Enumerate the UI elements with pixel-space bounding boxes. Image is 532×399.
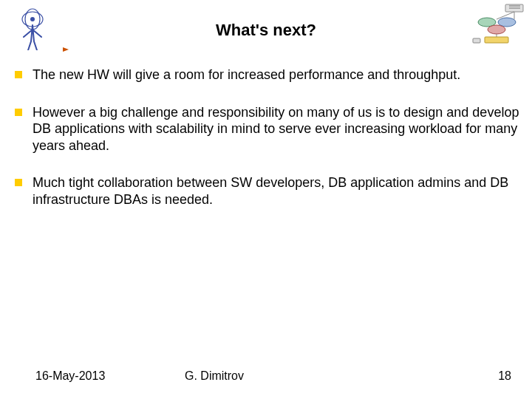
footer-date: 16-May-2013 [35, 369, 105, 383]
list-item: The new HW will give a room for increase… [15, 66, 525, 83]
list-item: Much tight collaboration between SW deve… [15, 174, 525, 208]
bullet-icon [15, 71, 22, 78]
bullet-list: The new HW will give a room for increase… [15, 66, 525, 228]
bullet-icon [15, 179, 22, 186]
bullet-text: However a big challenge and responsibili… [33, 104, 525, 154]
bullet-icon [15, 109, 22, 116]
title-underline [63, 47, 462, 52]
slide-header: What's next? [0, 0, 532, 59]
footer-author: G. Dimitrov [185, 369, 244, 383]
bullet-text: The new HW will give a room for increase… [33, 66, 525, 83]
footer-page-number: 18 [498, 369, 511, 383]
bullet-text: Much tight collaboration between SW deve… [33, 174, 525, 208]
list-item: However a big challenge and responsibili… [15, 104, 525, 154]
slide-title: What's next? [0, 21, 532, 40]
